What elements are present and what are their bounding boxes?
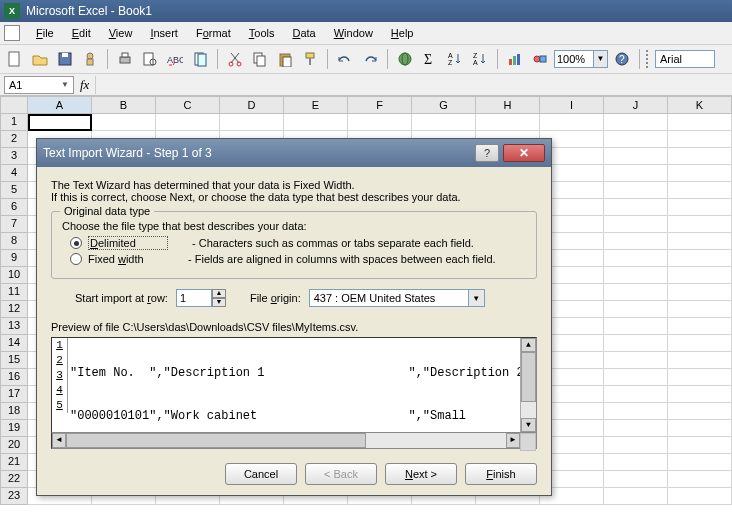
cell[interactable] (28, 114, 92, 131)
row-header[interactable]: 6 (0, 199, 28, 216)
cell[interactable] (604, 131, 668, 148)
document-icon[interactable] (4, 25, 20, 41)
col-header[interactable]: H (476, 96, 540, 114)
cell[interactable] (668, 454, 732, 471)
cell[interactable] (668, 199, 732, 216)
cell[interactable] (604, 403, 668, 420)
next-button[interactable]: Next > (385, 463, 457, 485)
copy-icon[interactable] (249, 48, 271, 70)
cell[interactable] (604, 148, 668, 165)
undo-icon[interactable] (334, 48, 356, 70)
cell[interactable] (604, 420, 668, 437)
dialog-help-button[interactable]: ? (475, 144, 499, 162)
row-header[interactable]: 10 (0, 267, 28, 284)
cell[interactable] (604, 454, 668, 471)
scroll-down-icon[interactable]: ▼ (521, 418, 536, 432)
cell[interactable] (604, 318, 668, 335)
scroll-thumb[interactable] (521, 352, 536, 402)
row-header[interactable]: 17 (0, 386, 28, 403)
cell[interactable] (668, 386, 732, 403)
row-header[interactable]: 12 (0, 301, 28, 318)
col-header[interactable]: C (156, 96, 220, 114)
cell[interactable] (604, 386, 668, 403)
row-header[interactable]: 20 (0, 437, 28, 454)
menu-insert[interactable]: Insert (142, 25, 186, 41)
row-header[interactable]: 5 (0, 182, 28, 199)
cell[interactable] (284, 114, 348, 131)
cell[interactable] (604, 471, 668, 488)
start-row-spinner[interactable]: ▲ ▼ (176, 289, 226, 307)
cell[interactable] (668, 131, 732, 148)
open-icon[interactable] (29, 48, 51, 70)
preview-hscrollbar[interactable]: ◄ ► (51, 433, 537, 449)
cell[interactable] (604, 369, 668, 386)
cell[interactable] (604, 216, 668, 233)
cell[interactable] (668, 148, 732, 165)
cell[interactable] (668, 114, 732, 131)
cell[interactable] (668, 369, 732, 386)
cell[interactable] (604, 233, 668, 250)
cell[interactable] (604, 114, 668, 131)
spinner-up-icon[interactable]: ▲ (212, 289, 226, 298)
cell[interactable] (668, 165, 732, 182)
cell[interactable] (604, 267, 668, 284)
font-combo[interactable] (655, 50, 715, 68)
cut-icon[interactable] (224, 48, 246, 70)
col-header[interactable]: B (92, 96, 156, 114)
row-header[interactable]: 13 (0, 318, 28, 335)
cell[interactable] (604, 301, 668, 318)
cell[interactable] (668, 182, 732, 199)
row-header[interactable]: 7 (0, 216, 28, 233)
cell[interactable] (668, 437, 732, 454)
row-header[interactable]: 16 (0, 369, 28, 386)
cell[interactable] (604, 165, 668, 182)
menu-file[interactable]: File (28, 25, 62, 41)
help-icon[interactable]: ? (611, 48, 633, 70)
fx-icon[interactable]: fx (80, 77, 89, 93)
cell[interactable] (604, 284, 668, 301)
spellcheck-icon[interactable]: ABC (164, 48, 186, 70)
cell[interactable] (604, 250, 668, 267)
spinner-down-icon[interactable]: ▼ (212, 298, 226, 307)
menu-data[interactable]: Data (284, 25, 323, 41)
cell[interactable] (476, 114, 540, 131)
preview-vscrollbar[interactable]: ▲ ▼ (520, 338, 536, 432)
new-icon[interactable] (4, 48, 26, 70)
row-header[interactable]: 21 (0, 454, 28, 471)
zoom-combo[interactable]: ▼ (554, 50, 608, 68)
cell[interactable] (412, 114, 476, 131)
cell[interactable] (540, 114, 604, 131)
print-icon[interactable] (114, 48, 136, 70)
menu-edit[interactable]: Edit (64, 25, 99, 41)
zoom-input[interactable] (554, 50, 594, 68)
col-header[interactable]: E (284, 96, 348, 114)
chevron-down-icon[interactable]: ▼ (594, 50, 608, 68)
dialog-titlebar[interactable]: Text Import Wizard - Step 1 of 3 ? ✕ (37, 139, 551, 167)
cell[interactable] (220, 114, 284, 131)
col-header[interactable]: F (348, 96, 412, 114)
cell[interactable] (604, 352, 668, 369)
menu-help[interactable]: Help (383, 25, 422, 41)
cell[interactable] (604, 488, 668, 505)
formula-input[interactable] (95, 76, 728, 94)
delimited-label[interactable]: Delimited (88, 236, 168, 250)
row-header[interactable]: 4 (0, 165, 28, 182)
col-header[interactable]: D (220, 96, 284, 114)
start-row-input[interactable] (176, 289, 212, 307)
row-header[interactable]: 18 (0, 403, 28, 420)
file-origin-combo[interactable]: ▼ (309, 289, 485, 307)
row-header[interactable]: 23 (0, 488, 28, 505)
scroll-thumb[interactable] (66, 433, 366, 448)
cell[interactable] (668, 250, 732, 267)
col-header[interactable]: I (540, 96, 604, 114)
cell[interactable] (668, 284, 732, 301)
cell[interactable] (92, 114, 156, 131)
fixed-width-radio[interactable] (70, 253, 82, 265)
sort-asc-icon[interactable]: AZ (444, 48, 466, 70)
cell[interactable] (604, 199, 668, 216)
permission-icon[interactable] (79, 48, 101, 70)
scroll-up-icon[interactable]: ▲ (521, 338, 536, 352)
row-header[interactable]: 2 (0, 131, 28, 148)
menu-window[interactable]: Window (326, 25, 381, 41)
name-box[interactable]: A1 ▼ (4, 76, 74, 94)
